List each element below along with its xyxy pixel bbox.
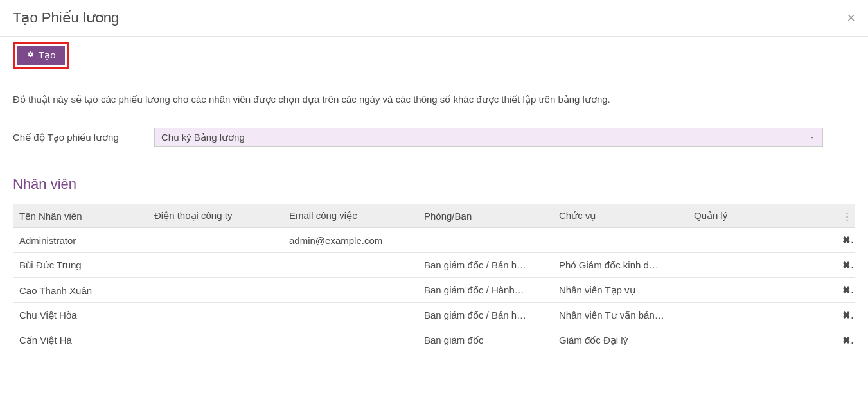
cell-name: Administrator [13,228,148,253]
create-button-highlight: Tạo [13,42,69,69]
wizard-description: Đồ thuật này sẽ tạo các phiếu lương cho … [13,94,855,105]
cell-email [283,328,418,353]
cell-phone [148,228,283,253]
cell-position [553,228,687,253]
field-mode-select[interactable]: Chu kỳ Bảng lương [154,128,823,147]
th-name[interactable]: Tên Nhân viên [13,204,148,228]
cell-manager [687,303,836,328]
cell-name: Cấn Việt Hà [13,328,148,353]
table-row[interactable]: Chu Việt HòaBan giám đốc / Bán h…Nhân vi… [13,303,855,328]
cell-position: Nhân viên Tạp vụ [553,278,687,303]
employees-table: Tên Nhân viên Điện thoại công ty Email c… [13,204,855,353]
cell-email [283,278,418,303]
gears-icon [26,50,36,61]
cell-phone [148,328,283,353]
field-mode-row: Chế độ Tạo phiếu lương Chu kỳ Bảng lương [13,128,855,147]
row-delete-icon[interactable]: ✖ [836,328,855,353]
toolbar: Tạo [0,36,868,74]
th-position[interactable]: Chức vụ [553,204,687,228]
cell-email [283,303,418,328]
row-delete-icon[interactable]: ✖ [836,253,855,278]
cell-manager [687,328,836,353]
cell-name: Chu Việt Hòa [13,303,148,328]
table-row[interactable]: Administratoradmin@example.com✖ [13,228,855,253]
table-header-row: Tên Nhân viên Điện thoại công ty Email c… [13,204,855,228]
table-row[interactable]: Cấn Việt HàBan giám đốcGiám đốc Đại lý✖ [13,328,855,353]
row-delete-icon[interactable]: ✖ [836,278,855,303]
kebab-icon: ⋮ [842,211,852,221]
cell-email: admin@example.com [283,228,418,253]
cell-email [283,253,418,278]
cell-name: Cao Thanh Xuân [13,278,148,303]
create-button[interactable]: Tạo [17,46,65,65]
cell-dept: Ban giám đốc [418,328,553,353]
th-options[interactable]: ⋮ [836,204,855,228]
modal-create-payslip: Tạo Phiếu lương × Tạo Đồ thuật này sẽ tạ… [0,0,868,353]
th-manager[interactable]: Quản lý [687,204,836,228]
modal-header: Tạo Phiếu lương × [13,10,855,26]
table-row[interactable]: Cao Thanh XuânBan giám đốc / Hành…Nhân v… [13,278,855,303]
row-delete-icon[interactable]: ✖ [836,228,855,253]
cell-manager [687,253,836,278]
row-delete-icon[interactable]: ✖ [836,303,855,328]
cell-phone [148,278,283,303]
close-icon[interactable]: × [847,11,855,25]
th-email[interactable]: Email công việc [283,204,418,228]
cell-position: Phó Giám đốc kinh d… [553,253,687,278]
cell-phone [148,303,283,328]
cell-manager [687,278,836,303]
cell-dept: Ban giám đốc / Bán h… [418,303,553,328]
cell-manager [687,228,836,253]
section-employees-title: Nhân viên [13,176,855,193]
cell-position: Nhân viên Tư vấn bán… [553,303,687,328]
field-mode-label: Chế độ Tạo phiếu lương [13,128,154,145]
create-button-label: Tạo [39,49,56,61]
cell-position: Giám đốc Đại lý [553,328,687,353]
table-row[interactable]: Bùi Đức TrungBan giám đốc / Bán h…Phó Gi… [13,253,855,278]
th-dept[interactable]: Phòng/Ban [418,204,553,228]
field-mode-value: Chu kỳ Bảng lương [161,132,245,143]
cell-dept [418,228,553,253]
modal-title: Tạo Phiếu lương [13,10,119,26]
cell-dept: Ban giám đốc / Bán h… [418,253,553,278]
cell-name: Bùi Đức Trung [13,253,148,278]
cell-phone [148,253,283,278]
th-phone[interactable]: Điện thoại công ty [148,204,283,228]
chevron-down-icon [808,132,816,143]
cell-dept: Ban giám đốc / Hành… [418,278,553,303]
